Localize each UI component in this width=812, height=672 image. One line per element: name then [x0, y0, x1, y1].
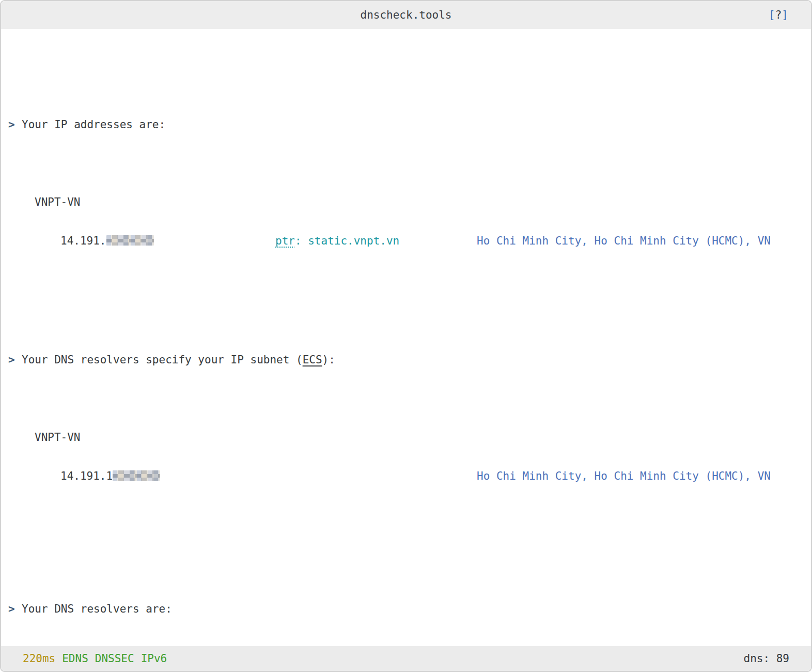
latency-badge: 220ms — [23, 652, 55, 665]
help-bracket-open: [ — [769, 9, 775, 21]
ptr-value: : static.vnpt.vn — [295, 235, 399, 247]
dnscheck-page: dnscheck.tools [?] >Your IP addresses ar… — [0, 0, 812, 672]
prompt-glyph: > — [8, 353, 22, 367]
redacted-ip-pixelation — [113, 470, 160, 481]
ip-provider: VNPT-VN — [8, 195, 811, 209]
edns-flag: EDNS — [62, 652, 88, 665]
ptr-cell: ptr: static.vnpt.vn — [275, 234, 477, 248]
ecs-ip-prefix: 14.191.1 — [60, 470, 113, 482]
ecs-provider: VNPT-VN — [8, 431, 811, 445]
page-title: dnscheck.tools — [1, 1, 811, 29]
resolvers-heading-text: Your DNS resolvers are: — [22, 603, 172, 615]
ecs-empty-cell — [275, 469, 477, 483]
help-link[interactable]: [?] — [769, 1, 788, 29]
ip-row: 14.191. ptr: static.vnpt.vn Ho Chi Minh … — [8, 234, 811, 248]
titlebar: dnscheck.tools [?] — [1, 1, 811, 29]
resolvers-section-heading: >Your DNS resolvers are: — [8, 602, 811, 616]
ip-location: Ho Chi Minh City, Ho Chi Minh City (HCMC… — [477, 234, 771, 248]
ecs-heading-post: ): — [322, 354, 335, 366]
help-bracket-close: ] — [782, 9, 788, 21]
ecs-heading-pre: Your DNS resolvers specify your IP subne… — [22, 354, 303, 366]
ecs-ip-address: 14.191.1 — [60, 469, 275, 483]
ecs-section-heading: >Your DNS resolvers specify your IP subn… — [8, 353, 811, 367]
status-left: 220ms EDNS DNSSEC IPv6 — [23, 652, 167, 665]
ecs-link[interactable]: ECS — [303, 354, 322, 366]
ip-section-heading: >Your IP addresses are: — [8, 118, 811, 132]
ip-address: 14.191. — [60, 234, 275, 248]
ip-heading-text: Your IP addresses are: — [22, 118, 165, 131]
dns-counter: dns: 89 — [743, 652, 789, 665]
help-question-icon: ? — [775, 9, 782, 21]
ip-address-prefix: 14.191. — [60, 235, 106, 247]
prompt-glyph: > — [8, 602, 22, 616]
status-bar: 220ms EDNS DNSSEC IPv6 dns: 89 — [1, 646, 811, 671]
ecs-location: Ho Chi Minh City, Ho Chi Minh City (HCMC… — [477, 469, 771, 483]
redacted-ip-pixelation — [106, 235, 154, 246]
prompt-glyph: > — [8, 118, 22, 132]
ipv6-flag: IPv6 — [141, 652, 167, 665]
ptr-label: ptr — [275, 235, 295, 247]
ecs-row: 14.191.1 Ho Chi Minh City, Ho Chi Minh C… — [8, 469, 811, 483]
dnssec-flag: DNSSEC — [95, 652, 134, 665]
terminal-content: >Your IP addresses are: VNPT-VN 14.191. … — [1, 29, 811, 672]
ptr-link[interactable]: ptr: static.vnpt.vn — [275, 235, 399, 247]
